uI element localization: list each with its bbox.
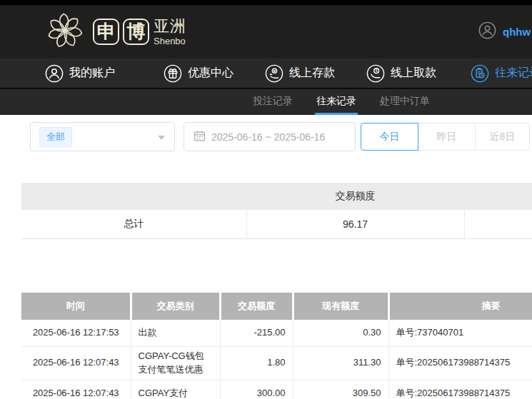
today-button[interactable]: 今日 xyxy=(361,123,418,151)
row-type: CGPAY-CG钱包支付笔笔送优惠 xyxy=(131,347,220,380)
date-range-value: 2025-06-16 ~ 2025-06-16 xyxy=(211,131,325,143)
summary-total-value: 96.17 xyxy=(246,210,464,238)
row-amount: -215.00 xyxy=(220,320,293,347)
nav-item-online-withdraw[interactable]: $ 线上取款 xyxy=(366,64,436,83)
logo-char-2: 博 xyxy=(123,19,149,45)
records-header-row: 时间 交易类别 交易额度 现有额度 摘要 xyxy=(21,293,532,320)
quick-date-buttons: 今日 昨日 近8日 xyxy=(361,123,530,151)
gift-icon xyxy=(164,64,182,83)
col-header-type: 交易类别 xyxy=(131,293,220,320)
calendar-icon xyxy=(194,130,206,144)
tab-betting-records[interactable]: 投注记录 xyxy=(251,89,294,115)
row-note: 单号:202506173988714375 xyxy=(388,380,532,399)
records-table: 时间 交易类别 交易额度 现有额度 摘要 2025-06-16 12:17:53… xyxy=(21,293,532,399)
logo-latin: Shenbo xyxy=(154,36,186,46)
category-select[interactable]: 全部 xyxy=(30,122,175,151)
window-top-strip xyxy=(0,0,532,5)
tab-transaction-records[interactable]: 往来记录 xyxy=(315,89,358,115)
summary-table: 交易额度 总计 96.17 xyxy=(21,183,532,239)
row-time: 2025-06-16 12:17:53 xyxy=(21,320,131,347)
nav-item-label: 往来记录 xyxy=(495,66,532,81)
user-account-link[interactable]: qhhw xyxy=(478,5,531,59)
summary-header-amount: 交易额度 xyxy=(246,183,464,210)
row-balance: 0.30 xyxy=(293,320,388,347)
main-navigation: 我的账户 优惠中心 线上存款 xyxy=(0,59,532,88)
row-time: 2025-06-16 12:07:43 xyxy=(21,347,131,380)
record-tabs: 投注记录 往来记录 处理中订单 xyxy=(0,89,532,115)
flower-pinwheel-icon xyxy=(44,10,86,54)
nav-item-my-account[interactable]: 我的账户 xyxy=(45,64,115,83)
row-balance: 311.30 xyxy=(293,347,388,380)
col-header-note: 摘要 xyxy=(388,293,532,320)
logo-char-1: 申 xyxy=(93,19,119,45)
table-row: 2025-06-16 12:07:43 CGPAY-CG钱包支付笔笔送优惠 1.… xyxy=(21,347,532,380)
nav-item-promotions[interactable]: 优惠中心 xyxy=(164,64,234,83)
table-row: 2025-06-16 12:17:53 出款 -215.00 0.30 单号:7… xyxy=(21,320,532,347)
row-note: 单号:737040701 xyxy=(388,320,532,347)
filter-row: 全部 2025-06-16 ~ 2025-06-16 今日 昨日 近8日 xyxy=(0,115,532,152)
summary-empty-cell xyxy=(464,210,532,238)
nav-item-transaction-records[interactable]: 往来记录 xyxy=(471,64,532,83)
row-amount: 1.80 xyxy=(220,347,293,380)
logo-characters: 申 博 xyxy=(93,19,149,45)
logo-region: 亚洲 xyxy=(154,19,186,34)
summary-header-empty-2 xyxy=(464,183,532,210)
category-selected-tag: 全部 xyxy=(39,127,72,147)
col-header-time: 时间 xyxy=(21,293,131,320)
deposit-coins-icon xyxy=(265,64,283,83)
summary-header-row: 交易额度 xyxy=(21,183,532,210)
row-time: 2025-06-16 12:07:43 xyxy=(21,380,131,399)
col-header-amount: 交易额度 xyxy=(220,293,293,320)
logo-subtitle: 亚洲 Shenbo xyxy=(154,19,186,46)
row-type: 出款 xyxy=(131,320,220,347)
yesterday-button[interactable]: 昨日 xyxy=(418,123,476,151)
summary-total-row: 总计 96.17 xyxy=(21,210,532,238)
user-avatar-icon xyxy=(478,21,496,42)
row-amount: 300.00 xyxy=(220,380,293,399)
site-logo[interactable]: 申 博 亚洲 Shenbo xyxy=(44,10,186,54)
nav-item-label: 我的账户 xyxy=(69,66,115,81)
last-8-days-button[interactable]: 近8日 xyxy=(475,123,530,151)
summary-header-empty xyxy=(21,183,246,210)
row-balance: 309.50 xyxy=(293,380,388,399)
records-clipboard-clock-icon xyxy=(471,64,489,83)
withdraw-hand-icon: $ xyxy=(366,64,385,83)
nav-item-label: 优惠中心 xyxy=(188,66,234,81)
nav-item-online-deposit[interactable]: 线上存款 xyxy=(265,64,335,83)
page: 申 博 亚洲 Shenbo qhhw xyxy=(0,0,532,399)
col-header-balance: 现有额度 xyxy=(293,293,388,320)
nav-item-label: 线上存款 xyxy=(289,66,335,81)
brand-header: 申 博 亚洲 Shenbo qhhw xyxy=(0,5,532,59)
nav-item-label: 线上取款 xyxy=(391,66,436,81)
date-range-input[interactable]: 2025-06-16 ~ 2025-06-16 xyxy=(184,122,356,151)
account-person-icon xyxy=(45,64,64,83)
summary-total-label: 总计 xyxy=(21,210,246,238)
row-note: 单号:202506173988714375 xyxy=(388,347,532,380)
caret-down-icon xyxy=(158,136,165,140)
tab-processing-orders[interactable]: 处理中订单 xyxy=(378,89,431,115)
row-type: CGPAY支付 xyxy=(131,380,220,399)
username-text: qhhw xyxy=(503,26,531,38)
table-row: 2025-06-16 12:07:43 CGPAY支付 300.00 309.5… xyxy=(21,380,532,399)
